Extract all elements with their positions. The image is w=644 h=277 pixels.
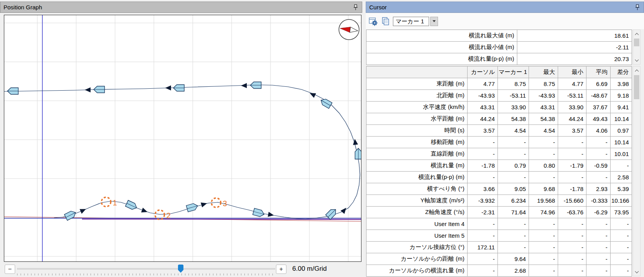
position-graph-plot[interactable]: 1 2 3 [4, 15, 361, 262]
stats-cell[interactable]: 3.57 [468, 125, 498, 137]
stats-cell[interactable]: - [529, 137, 558, 148]
stats-cell[interactable]: -1.78 [558, 183, 586, 195]
stats-cell[interactable]: - [498, 148, 529, 160]
stats-cell[interactable]: -0.59 [586, 160, 611, 172]
stats-cell[interactable]: - [611, 242, 632, 253]
stats-cell[interactable]: - [558, 137, 586, 148]
stats-cell[interactable]: - [529, 218, 558, 230]
stats-row-label[interactable]: Z軸角速度 (°/s) [367, 207, 468, 218]
stats-row-label[interactable]: カーソルからの距離 (m) [367, 253, 468, 265]
stats-cell[interactable]: 9.05 [498, 183, 529, 195]
grid-scale-slider-track[interactable] [17, 268, 275, 270]
copy-icon[interactable] [380, 16, 391, 26]
stats-row-label[interactable]: 移動距離 (m) [367, 137, 468, 148]
stats-cell[interactable]: 37.67 [586, 102, 611, 113]
summary-scrollbar[interactable] [633, 30, 641, 65]
stats-cell[interactable]: - [498, 218, 529, 230]
stats-cell[interactable]: 10.14 [611, 113, 632, 125]
stats-row-label[interactable]: 横流れ量(p-p) (m) [367, 172, 468, 183]
stats-cell[interactable]: 8.75 [529, 78, 558, 90]
stats-cell[interactable]: - [529, 148, 558, 160]
stats-cell[interactable]: 2.58 [611, 172, 632, 183]
stats-cell[interactable]: - [468, 230, 498, 242]
stats-cell[interactable]: - [468, 218, 498, 230]
stats-row-label[interactable]: User Item 4 [367, 218, 468, 230]
stats-cell[interactable]: 9.64 [498, 253, 529, 265]
stats-cell[interactable]: - [586, 148, 611, 160]
stats-cell[interactable]: - [586, 137, 611, 148]
stats-cell[interactable]: 54.38 [529, 113, 558, 125]
scrollbar-thumb[interactable] [634, 75, 639, 99]
stats-row-label[interactable]: 横すべり角 (°) [367, 183, 468, 195]
stats-cell[interactable]: - [558, 148, 586, 160]
stats-cell[interactable]: - [611, 218, 632, 230]
stats-cell[interactable]: - [586, 265, 611, 277]
stats-cell[interactable]: - [529, 265, 558, 277]
stats-cell[interactable]: 172.11 [468, 242, 498, 253]
stats-cell[interactable]: - [611, 160, 632, 172]
stats-row-label[interactable]: 北距離 (m) [367, 90, 468, 102]
stats-cell[interactable]: 44.24 [558, 113, 586, 125]
stats-cell[interactable]: 9.41 [611, 102, 632, 113]
pin-icon[interactable] [634, 4, 641, 11]
stats-cell[interactable]: - [586, 218, 611, 230]
stats-cell[interactable]: 10.01 [611, 148, 632, 160]
stats-cell[interactable]: - [529, 172, 558, 183]
stats-cell[interactable]: 43.31 [529, 102, 558, 113]
graph-settings-icon[interactable] [368, 16, 378, 26]
stats-cell[interactable]: 10.166 [611, 195, 632, 207]
stats-cell[interactable]: -6.29 [586, 207, 611, 218]
stats-row-label[interactable]: 水平速度 (km/h) [367, 102, 468, 113]
stats-cell[interactable]: - [558, 230, 586, 242]
stats-cell[interactable]: 6.234 [498, 195, 529, 207]
stats-cell[interactable]: 33.90 [558, 102, 586, 113]
scroll-down-button[interactable] [633, 56, 640, 64]
stats-cell[interactable]: - [611, 253, 632, 265]
stats-cell[interactable]: -1.79 [558, 160, 586, 172]
grid-scale-slider-thumb[interactable] [178, 265, 183, 273]
stats-row-label[interactable]: 水平距離 (m) [367, 113, 468, 125]
stats-cell[interactable]: -63.76 [558, 207, 586, 218]
stats-cell[interactable]: -43.93 [529, 90, 558, 102]
stats-cell[interactable]: 49.43 [586, 113, 611, 125]
pin-icon[interactable] [353, 4, 359, 11]
stats-cell[interactable]: - [529, 253, 558, 265]
stats-cell[interactable]: 2.68 [498, 265, 529, 277]
stats-cell[interactable]: - [558, 265, 586, 277]
stats-cell[interactable]: - [586, 172, 611, 183]
stats-cell[interactable]: - [498, 137, 529, 148]
stats-row-label[interactable]: Y軸加速度 (m/s²) [367, 195, 468, 207]
stats-row-label[interactable]: 時間 (s) [367, 125, 468, 137]
stats-cell[interactable]: - [558, 218, 586, 230]
stats-cell[interactable]: 3.98 [611, 78, 632, 90]
stats-cell[interactable]: - [558, 172, 586, 183]
stats-cell[interactable]: -1.78 [468, 160, 498, 172]
stats-cell[interactable]: - [558, 253, 586, 265]
stats-cell[interactable]: - [468, 172, 498, 183]
stats-cell[interactable]: 6.69 [586, 78, 611, 90]
stats-cell[interactable]: - [468, 148, 498, 160]
stats-cell[interactable]: 33.90 [498, 102, 529, 113]
scroll-up-button[interactable] [633, 67, 640, 74]
summary-value[interactable]: 18.61 [517, 30, 632, 42]
stats-cell[interactable]: - [498, 172, 529, 183]
stats-cell[interactable]: - [529, 242, 558, 253]
stats-cell[interactable]: 3.66 [468, 183, 498, 195]
stats-cell[interactable]: 4.77 [468, 78, 498, 90]
stats-row-label[interactable]: カーソルからの横流れ量 (m) [367, 265, 468, 277]
stats-cell[interactable]: 3.57 [558, 125, 586, 137]
stats-cell[interactable]: - [468, 253, 498, 265]
stats-cell[interactable]: 2.93 [586, 183, 611, 195]
stats-cell[interactable]: 19.568 [529, 195, 558, 207]
summary-value[interactable]: -2.11 [517, 42, 632, 53]
stats-cell[interactable]: 8.75 [498, 78, 529, 90]
stats-row-label[interactable]: User Item 5 [367, 230, 468, 242]
stats-cell[interactable]: 74.96 [529, 207, 558, 218]
stats-cell[interactable]: 0.97 [611, 125, 632, 137]
stats-cell[interactable]: - [611, 265, 632, 277]
stats-cell[interactable]: 9.18 [611, 90, 632, 102]
marker-3[interactable]: 3 [211, 198, 227, 208]
stats-cell[interactable]: -3.932 [468, 195, 498, 207]
stats-cell[interactable]: -15.660 [558, 195, 586, 207]
stats-cell[interactable]: 9.68 [529, 183, 558, 195]
